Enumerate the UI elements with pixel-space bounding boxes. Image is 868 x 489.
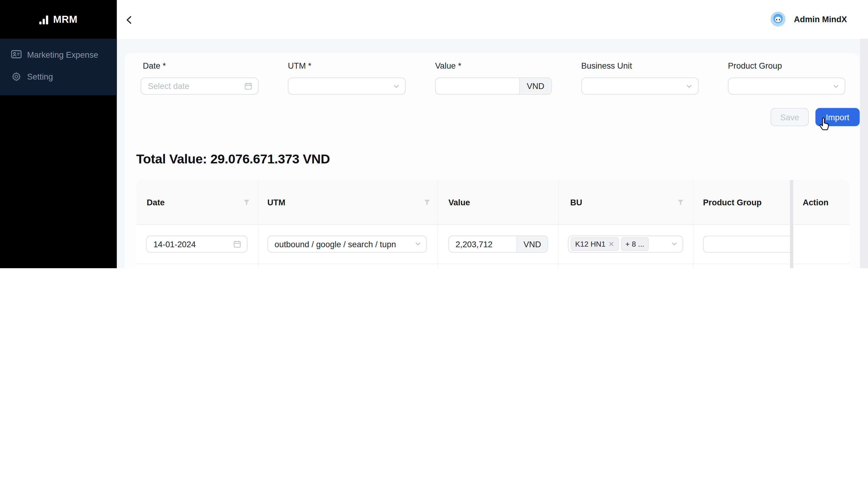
column-divider <box>258 180 258 268</box>
column-header-utm: UTM <box>267 197 285 207</box>
id-card-icon <box>11 50 22 59</box>
row-utm-select[interactable]: outbound / google / search / tupn <box>267 235 427 253</box>
product-group-select[interactable] <box>728 78 845 95</box>
column-header-bu: BU <box>570 197 582 207</box>
utm-label: UTM * <box>288 61 311 70</box>
bu-more-tag[interactable]: + 8 ... <box>621 237 648 251</box>
table-header: Date UTM Value BU Product Group Action <box>136 180 849 225</box>
save-button[interactable]: Save <box>771 108 809 126</box>
row-product-group-select[interactable] <box>703 235 790 253</box>
row-value-input[interactable]: 2,203,712 <box>449 239 516 248</box>
business-unit-label: Business Unit <box>581 61 632 70</box>
table-scrollbar[interactable] <box>790 180 793 268</box>
filter-icon[interactable] <box>243 198 250 206</box>
date-picker-input[interactable]: Select date <box>141 78 258 95</box>
user-name: Admin MindX <box>794 14 847 24</box>
row-date-input[interactable]: 14-01-2024 <box>146 235 248 253</box>
column-divider <box>693 180 694 268</box>
calendar-icon <box>233 240 241 248</box>
row-utm-value: outbound / google / search / tupn <box>268 239 414 248</box>
gear-icon <box>11 72 22 81</box>
column-header-action: Action <box>803 197 829 207</box>
chevron-down-icon <box>671 239 678 248</box>
calendar-icon <box>244 82 252 90</box>
table-row: 14-01-2024 outbound / google / search / … <box>136 224 849 264</box>
bu-tag-label: K12 HN1 <box>575 240 606 248</box>
row-bu-select[interactable]: K12 HN1 ✕ + 8 ... <box>568 235 683 253</box>
column-divider <box>558 180 559 268</box>
chevron-down-icon <box>686 83 692 89</box>
filter-icon[interactable] <box>423 198 431 206</box>
app-logo: MRM <box>0 0 117 39</box>
remove-tag-icon[interactable]: ✕ <box>608 240 614 248</box>
row-value-input-group: 2,203,712 VND <box>448 235 548 253</box>
value-label: Value * <box>435 61 461 70</box>
bar-chart-icon <box>39 14 48 24</box>
pointer-cursor <box>818 117 832 131</box>
chevron-down-icon <box>393 83 400 89</box>
chevron-left-icon <box>125 16 133 24</box>
sidebar-item-label: Setting <box>27 72 53 81</box>
sidebar-item-setting[interactable]: Setting <box>0 65 117 88</box>
currency-addon: VND <box>517 236 548 252</box>
row-date-value: 14-01-2024 <box>147 239 233 248</box>
table-row: 14-01-2024 outbound / zemanta / native /… <box>136 264 849 268</box>
sidebar-item-label: Marketing Expense <box>27 50 98 59</box>
filter-icon[interactable] <box>677 198 684 206</box>
business-unit-select[interactable] <box>581 78 699 95</box>
column-header-value: Value <box>448 197 470 207</box>
app-window: MRM Marketing Expense Setting <box>0 0 868 268</box>
back-button[interactable] <box>123 14 135 25</box>
sidebar-menu: Marketing Expense Setting <box>0 39 117 95</box>
user-avatar <box>771 11 786 26</box>
column-header-product-group: Product Group <box>703 197 762 207</box>
chevron-down-icon <box>414 241 421 247</box>
utm-select[interactable] <box>288 78 406 95</box>
user-menu[interactable]: Admin MindX <box>771 11 847 26</box>
sidebar: MRM Marketing Expense Setting <box>0 0 117 268</box>
value-input-group: VND <box>435 78 552 95</box>
page-scrollbar[interactable] <box>860 39 868 268</box>
expense-table: Date UTM Value BU Product Group Action <box>136 180 849 268</box>
date-label: Date * <box>143 61 166 70</box>
column-header-date: Date <box>147 197 165 207</box>
currency-addon: VND <box>519 78 552 94</box>
topbar <box>117 0 868 39</box>
column-divider <box>437 180 438 268</box>
table-body: 14-01-2024 outbound / google / search / … <box>136 224 849 268</box>
chevron-down-icon <box>833 83 839 89</box>
date-placeholder: Select date <box>141 82 244 91</box>
bu-tag: K12 HN1 ✕ <box>571 237 619 251</box>
sidebar-item-marketing-expense[interactable]: Marketing Expense <box>0 43 117 65</box>
product-group-label: Product Group <box>728 61 782 70</box>
app-logo-text: MRM <box>53 14 78 25</box>
total-value-heading: Total Value: 29.076.671.373 VND <box>136 152 330 166</box>
